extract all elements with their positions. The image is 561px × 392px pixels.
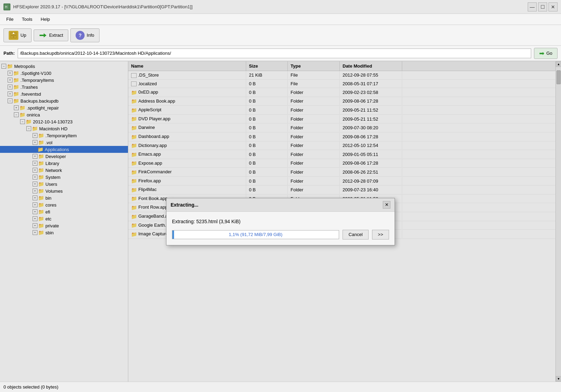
path-bar: Path: ➡ Go xyxy=(0,46,561,61)
toolbar: Up Extract ? Info xyxy=(0,25,561,46)
svg-marker-7 xyxy=(40,33,46,37)
menu-bar: File Tools Help xyxy=(0,14,561,25)
svg-rect-5 xyxy=(14,36,16,38)
dialog-body: Extracting: 5235.html (3,94 KiB) 1,1% (9… xyxy=(166,212,395,245)
go-button[interactable]: ➡ Go xyxy=(534,48,558,59)
modal-overlay: Extracting... ✕ Extracting: 5235.html (3… xyxy=(0,61,561,382)
up-icon xyxy=(9,31,18,40)
main-area: − 📁 Metropolis +📁.Spotlight-V100+📁.Tempo… xyxy=(0,61,561,382)
svg-rect-4 xyxy=(11,36,13,38)
title-controls: — ☐ ✕ xyxy=(528,2,558,11)
extract-label: Extract xyxy=(49,33,63,38)
menu-file[interactable]: File xyxy=(3,15,17,23)
path-label: Path: xyxy=(3,51,15,56)
app-icon: H xyxy=(3,3,10,10)
details-button[interactable]: >> xyxy=(372,230,389,239)
up-label: Up xyxy=(20,33,26,38)
progress-text: 1,1% (91,72 MiB/7,99 GiB) xyxy=(172,230,339,239)
cancel-button[interactable]: Cancel xyxy=(343,230,368,239)
path-input[interactable] xyxy=(18,49,531,58)
progress-bar-container: 1,1% (91,72 MiB/7,99 GiB) xyxy=(172,230,339,239)
extract-dialog: Extracting... ✕ Extracting: 5235.html (3… xyxy=(166,198,395,245)
close-button[interactable]: ✕ xyxy=(549,2,558,11)
title-bar-left: H HFSExplorer 2020.9.17 - [\\?\GLOBALROO… xyxy=(3,3,192,10)
status-bar: 0 objects selected (0 bytes) xyxy=(0,382,561,392)
svg-text:H: H xyxy=(5,5,7,9)
info-label: Info xyxy=(87,33,94,38)
dialog-extracting-label: Extracting: 5235.html (3,94 KiB) xyxy=(172,219,389,224)
go-arrow-icon: ➡ xyxy=(539,50,544,57)
menu-help[interactable]: Help xyxy=(37,15,53,23)
go-label: Go xyxy=(546,51,552,56)
extract-icon xyxy=(39,32,47,39)
title-bar: H HFSExplorer 2020.9.17 - [\\?\GLOBALROO… xyxy=(0,0,561,14)
dialog-close-button[interactable]: ✕ xyxy=(383,201,390,209)
status-text: 0 objects selected (0 bytes) xyxy=(3,384,58,390)
extract-button[interactable]: Extract xyxy=(34,29,68,41)
minimize-button[interactable]: — xyxy=(528,2,537,11)
info-icon: ? xyxy=(76,31,85,40)
dialog-title-bar: Extracting... ✕ xyxy=(166,198,395,212)
up-button[interactable]: Up xyxy=(3,28,32,42)
maximize-button[interactable]: ☐ xyxy=(538,2,547,11)
window-title: HFSExplorer 2020.9.17 - [\\?\GLOBALROOT\… xyxy=(13,4,192,9)
info-button[interactable]: ? Info xyxy=(70,28,100,42)
dialog-title: Extracting... xyxy=(171,202,198,208)
menu-tools[interactable]: Tools xyxy=(18,15,36,23)
dialog-progress-row: 1,1% (91,72 MiB/7,99 GiB) Cancel >> xyxy=(172,230,389,239)
